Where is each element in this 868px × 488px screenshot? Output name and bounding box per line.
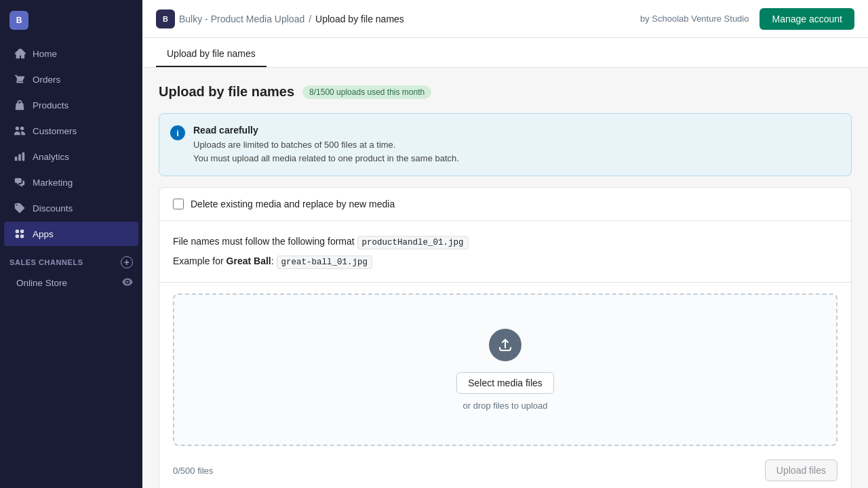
sidebar-item-apps[interactable]: Apps: [4, 222, 138, 246]
main-content: B Bulky - Product Media Upload / Upload …: [142, 0, 868, 488]
manage-account-button[interactable]: Manage account: [760, 8, 854, 30]
breadcrumb: B Bulky - Product Media Upload / Upload …: [156, 9, 404, 28]
tabbar: Upload by file names: [142, 38, 868, 68]
info-box-title: Read carefully: [193, 125, 459, 136]
format-line2: Example for Great Ball: great-ball_01.jp…: [173, 251, 837, 271]
sidebar-label-marketing: Marketing: [33, 178, 73, 188]
eye-icon: [122, 277, 133, 289]
topbar-right: by Schoolab Venture Studio Manage accoun…: [640, 8, 854, 30]
drop-text: or drop files to upload: [188, 401, 823, 411]
dropzone-section: Select media files or drop files to uplo…: [159, 283, 851, 488]
delete-checkbox[interactable]: [173, 199, 184, 209]
format-line1: File names must follow the following for…: [173, 232, 837, 251]
dropzone[interactable]: Select media files or drop files to uplo…: [173, 293, 837, 446]
file-count: 0/500 files: [173, 466, 213, 476]
usage-badge: 8/1500 uploads used this month: [302, 85, 431, 99]
delete-checkbox-label[interactable]: Delete existing media and replace by new…: [173, 199, 837, 209]
app-logo-icon: B: [9, 11, 28, 30]
info-box: i Read carefully Uploads are limited to …: [159, 113, 852, 176]
sidebar-label-apps: Apps: [33, 229, 54, 239]
sidebar-item-customers[interactable]: Customers: [4, 119, 138, 143]
app-icon: B: [156, 9, 175, 28]
page-header: Upload by file names 8/1500 uploads used…: [159, 84, 852, 100]
upload-files-button[interactable]: Upload files: [765, 460, 837, 481]
sidebar-label-discounts: Discounts: [33, 203, 73, 214]
breadcrumb-parent: Bulky - Product Media Upload: [179, 14, 304, 24]
sidebar-label-analytics: Analytics: [33, 152, 69, 162]
sidebar-item-discounts[interactable]: Discounts: [4, 196, 138, 220]
sidebar-item-marketing[interactable]: Marketing: [4, 170, 138, 195]
sidebar-item-analytics[interactable]: Analytics: [4, 144, 138, 169]
upload-card: Delete existing media and replace by new…: [159, 187, 852, 488]
sidebar-item-orders[interactable]: Orders: [4, 67, 138, 92]
sidebar-item-home[interactable]: Home: [4, 41, 138, 66]
info-icon: i: [170, 125, 185, 140]
sidebar-item-online-store[interactable]: Online Store: [0, 271, 142, 295]
sidebar-label-customers: Customers: [33, 126, 77, 136]
tab-upload-by-file-names[interactable]: Upload by file names: [156, 41, 267, 67]
sidebar-logo: B: [0, 0, 142, 41]
format-info-section: File names must follow the following for…: [159, 221, 851, 283]
upload-footer: 0/500 files Upload files: [173, 454, 837, 481]
breadcrumb-separator: /: [309, 14, 311, 24]
by-text: by Schoolab Venture Studio: [640, 14, 749, 24]
format-code1: productHandle_01.jpg: [357, 236, 469, 249]
format-bold-product: Great Ball: [226, 256, 271, 266]
sidebar-label-orders: Orders: [33, 75, 60, 85]
page-title: Upload by file names: [159, 84, 294, 100]
format-code2: great-ball_01.jpg: [277, 256, 373, 269]
info-box-line2: You must upload all media related to one…: [193, 152, 459, 165]
select-files-button[interactable]: Select media files: [456, 372, 554, 394]
sidebar-label-products: Products: [33, 100, 68, 110]
breadcrumb-current: Upload by file names: [315, 14, 404, 24]
sidebar-label-home: Home: [33, 49, 57, 59]
info-box-line1: Uploads are limited to batches of 500 fi…: [193, 138, 459, 152]
topbar: B Bulky - Product Media Upload / Upload …: [142, 0, 868, 38]
sidebar-item-products[interactable]: Products: [4, 93, 138, 117]
info-box-content: Read carefully Uploads are limited to ba…: [193, 125, 459, 165]
sidebar: B Home Orders Products Customers Analyti…: [0, 0, 142, 488]
delete-checkbox-section: Delete existing media and replace by new…: [159, 188, 851, 221]
content-area: Upload by file names 8/1500 uploads used…: [142, 68, 868, 488]
upload-arrow-icon: [489, 329, 521, 361]
add-sales-channel-button[interactable]: +: [121, 256, 133, 268]
sales-channels-section: SALES CHANNELS +: [0, 247, 142, 271]
